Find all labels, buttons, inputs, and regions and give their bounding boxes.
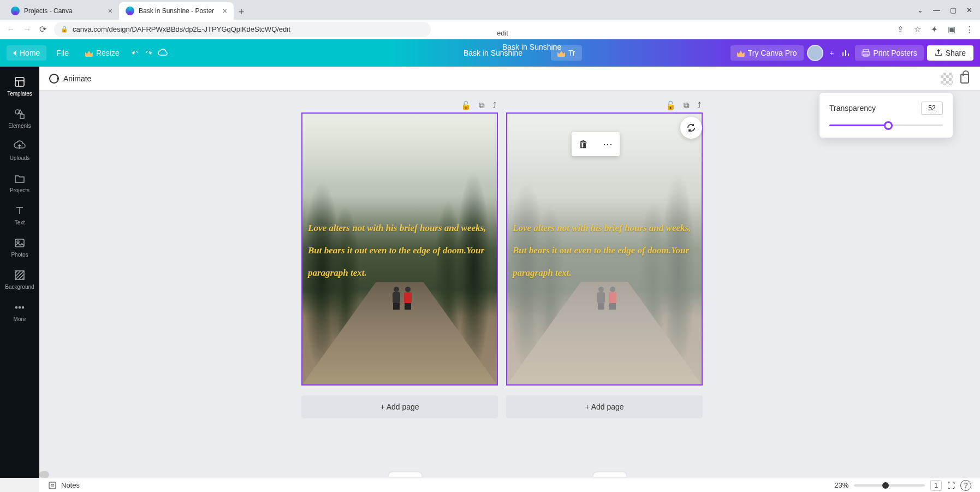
try-pro-button[interactable]: Try Canva Pro (730, 45, 804, 61)
sidebar-label: Projects (10, 187, 29, 193)
transparency-slider[interactable] (829, 121, 943, 129)
browser-menu-icon[interactable]: ⋮ (965, 25, 973, 34)
cloud-sync-icon[interactable] (158, 48, 169, 58)
canvas-area[interactable]: Transparency 🔓 ⧉ ⤴ Love alters not with … (39, 91, 980, 478)
add-page-icon[interactable]: ⤴ (697, 100, 702, 110)
lock-page-icon[interactable]: 🔓 (461, 100, 471, 110)
browser-tab-design[interactable]: Bask in Sunshine - Poster × (119, 2, 234, 20)
person-1 (392, 287, 401, 309)
close-window-icon[interactable]: ✕ (966, 6, 972, 14)
reader-icon[interactable]: ▣ (948, 25, 955, 34)
page-tools: 🔓 ⧉ ⤴ (301, 98, 498, 112)
insights-icon[interactable] (841, 48, 852, 58)
bottom-bar: Notes 23% 1 ⛶ ? (39, 478, 980, 492)
home-button[interactable]: Home (7, 45, 46, 61)
sidebar-item-background[interactable]: Background (0, 263, 39, 295)
more-icon (13, 301, 26, 314)
sidebar-item-uploads[interactable]: Uploads (0, 134, 39, 167)
uploads-icon (13, 140, 26, 153)
redo-button[interactable]: ↷ (144, 48, 155, 58)
lock-icon: 🔒 (61, 26, 68, 33)
person-2 (403, 287, 412, 309)
svg-rect-8 (15, 239, 24, 247)
elements-icon (13, 108, 26, 121)
page-1-wrap: 🔓 ⧉ ⤴ Love alters not with his brief hou… (301, 98, 498, 418)
help-icon[interactable]: ? (960, 480, 971, 491)
sidebar-item-elements[interactable]: Elements (0, 102, 39, 134)
sidebar-label: Templates (7, 91, 32, 97)
templates-icon (13, 75, 26, 88)
refresh-icon (686, 122, 697, 133)
canva-toolbar: Home File Resize ↶ ↷ Bask in Sunshine Tr… (0, 39, 980, 67)
reload-icon[interactable]: ⟳ (39, 24, 46, 34)
print-posters-button[interactable]: Print Posters (855, 45, 924, 61)
share-url-icon[interactable]: ⇪ (897, 25, 904, 34)
svg-point-13 (22, 307, 24, 309)
notes-label: Notes (61, 481, 80, 489)
delete-element-button[interactable]: 🗑 (572, 132, 596, 156)
animate-button[interactable]: Animate (49, 74, 91, 84)
transparency-label: Transparency (829, 104, 876, 112)
notes-button[interactable]: Notes (48, 481, 80, 490)
url-input[interactable]: 🔒 canva.com/design/DAFRPWxBBds/dp2E-JTPY… (54, 22, 431, 37)
slider-fill (829, 125, 888, 126)
transparency-popover: Transparency (819, 93, 953, 138)
close-icon[interactable]: × (108, 7, 112, 15)
resize-button[interactable]: Resize (79, 45, 126, 61)
page-handle[interactable] (389, 472, 421, 477)
print-icon (862, 49, 870, 57)
page-1[interactable]: Love alters not with his brief hours and… (301, 112, 498, 386)
poem-text[interactable]: Love alters not with his brief hours and… (513, 217, 696, 284)
duplicate-page-icon[interactable]: ⧉ (479, 100, 485, 110)
sidebar-item-templates[interactable]: Templates (0, 70, 39, 102)
page-indicator[interactable]: 1 (930, 480, 942, 491)
address-bar: ← → ⟳ 🔒 canva.com/design/DAFRPWxBBds/dp2… (0, 20, 980, 39)
more-options-button[interactable]: ⋯ (596, 132, 620, 156)
poem-text[interactable]: Love alters not with his brief hours and… (308, 217, 491, 284)
zoom-slider[interactable] (854, 484, 925, 487)
transparency-input[interactable] (921, 102, 943, 115)
add-member-icon[interactable]: + (827, 48, 838, 58)
print-label: Print Posters (874, 49, 917, 57)
close-icon[interactable]: × (223, 7, 227, 15)
duplicate-page-icon[interactable]: ⧉ (684, 100, 690, 110)
animate-icon (49, 74, 59, 84)
text-icon (13, 204, 26, 217)
bookmark-icon[interactable]: ☆ (914, 25, 921, 34)
lock-page-icon[interactable]: 🔓 (666, 100, 676, 110)
sidebar-item-photos[interactable]: Photos (0, 231, 39, 263)
avatar[interactable] (807, 45, 823, 61)
chevron-down-icon[interactable]: ⌄ (917, 6, 923, 14)
minimize-icon[interactable]: — (933, 6, 940, 14)
page-handle[interactable] (593, 472, 626, 477)
share-button[interactable]: Share (927, 45, 973, 61)
back-icon[interactable]: ← (7, 25, 15, 34)
share-icon (935, 49, 942, 57)
file-button[interactable]: File (50, 45, 75, 61)
add-page-button[interactable]: + Add page (506, 395, 703, 418)
zoom-thumb[interactable] (882, 482, 889, 489)
sidebar-item-text[interactable]: Text (0, 199, 39, 231)
add-page-button[interactable]: + Add page (301, 395, 498, 418)
maximize-icon[interactable]: ▢ (950, 6, 957, 14)
svg-rect-1 (862, 52, 870, 55)
forward-icon[interactable]: → (23, 25, 32, 34)
new-tab-button[interactable]: + (234, 4, 249, 20)
regenerate-button[interactable] (680, 117, 702, 139)
undo-button[interactable]: ↶ (129, 48, 140, 58)
sidebar-item-projects[interactable]: Projects (0, 167, 39, 199)
transparency-button[interactable] (941, 73, 953, 85)
projects-icon (13, 172, 26, 185)
try-pro-label: Try Canva Pro (748, 49, 797, 57)
fullscreen-icon[interactable]: ⛶ (947, 481, 955, 490)
sidebar-item-more[interactable]: More (0, 295, 39, 328)
share-label: Share (946, 49, 966, 57)
horizontal-scrollbar[interactable] (39, 471, 49, 478)
lock-button[interactable] (960, 74, 969, 84)
url-suffix: edit (497, 29, 508, 37)
browser-tab-projects[interactable]: Projects - Canva × (4, 2, 119, 20)
extensions-icon[interactable]: ✦ (931, 25, 938, 34)
slider-thumb[interactable] (884, 121, 893, 130)
add-page-icon[interactable]: ⤴ (492, 100, 497, 110)
file-label: File (56, 49, 69, 57)
